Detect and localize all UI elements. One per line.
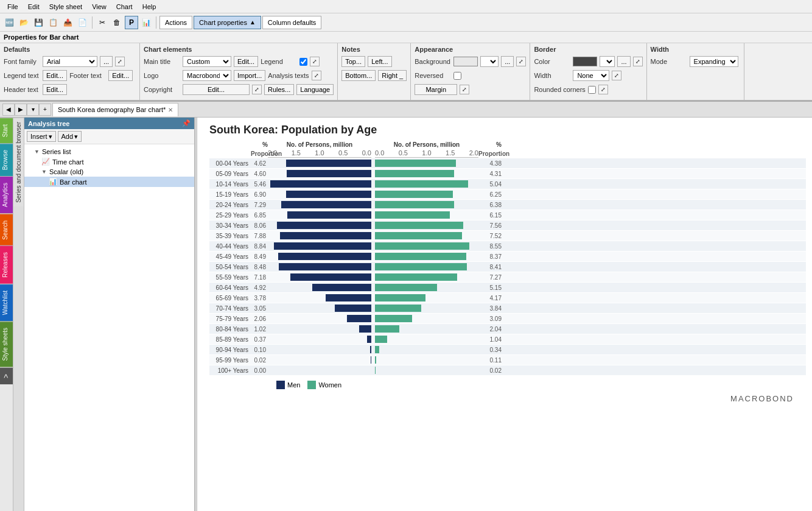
sidebar-tab-stylesheets[interactable]: Style sheets (0, 321, 13, 367)
right-bar-container (375, 180, 478, 188)
pct-right: 2.04 (478, 326, 502, 333)
menu-help[interactable]: Help (138, 2, 161, 12)
properties-sections: Defaults Font family Arial ... ⤢ Legend … (0, 43, 812, 100)
menu-view[interactable]: View (87, 2, 111, 12)
copyright-edit-btn[interactable]: Edit... (183, 84, 250, 95)
sidebar-tab-releases[interactable]: Releases (0, 245, 13, 284)
age-label: 40-44 Years (209, 243, 251, 250)
footer-text-edit-btn[interactable]: Edit... (108, 70, 133, 81)
tree-item-time-chart[interactable]: 📈 Time chart (24, 157, 194, 167)
reversed-checkbox[interactable] (453, 72, 461, 80)
tab-new-btn[interactable]: + (39, 104, 51, 116)
pct-left: 7.18 (251, 274, 268, 281)
background-select[interactable] (480, 56, 499, 67)
margin-expand-btn[interactable]: ⤢ (460, 85, 469, 94)
right-bar-container (375, 345, 478, 354)
chart-btn[interactable]: 📊 (139, 16, 153, 29)
font-family-select[interactable]: Arial (43, 56, 97, 67)
background-browse-btn[interactable]: ... (501, 56, 514, 67)
copyright-expand-btn[interactable]: ⤢ (252, 85, 262, 94)
tree-pin-icon[interactable]: 📌 (182, 119, 191, 127)
main-title-edit-btn[interactable]: Edit... (234, 56, 258, 67)
sidebar-tab-analytics[interactable]: Analytics (0, 176, 13, 213)
menu-file[interactable]: File (2, 2, 23, 12)
background-expand-btn[interactable]: ⤢ (516, 57, 526, 66)
add-arrow: ▾ (74, 133, 78, 141)
right-bar-container (375, 356, 478, 364)
tab-menu-btn[interactable]: ▾ (27, 104, 39, 116)
pct-left: 0.00 (251, 367, 268, 374)
notes-top-btn[interactable]: Top... (341, 56, 365, 67)
sidebar-tab-start[interactable]: Start (0, 118, 13, 143)
age-label: 90-94 Years (209, 347, 251, 353)
border-color-expand-btn[interactable]: ⤢ (633, 57, 643, 66)
active-tab[interactable]: South Korea demography Bar chart* ✕ (52, 103, 178, 116)
margin-btn[interactable]: Margin (415, 84, 457, 95)
actions-button[interactable]: Actions (159, 16, 192, 29)
share-button[interactable]: 📤 (61, 16, 74, 29)
scalar-label: Scalar (old) (49, 168, 83, 175)
rounded-corners-expand-btn[interactable]: ⤢ (598, 85, 608, 94)
menu-stylesheet[interactable]: Style sheet (44, 2, 87, 12)
paste-button[interactable]: P (125, 16, 138, 29)
delete-button[interactable]: 🗑 (110, 16, 124, 29)
open-button[interactable]: 📂 (17, 16, 30, 29)
border-color-browse-btn[interactable]: ... (617, 56, 630, 67)
saveas-button[interactable]: 📋 (46, 16, 60, 29)
rounded-corners-label: Rounded corners (534, 86, 585, 93)
save-button[interactable]: 💾 (32, 16, 45, 29)
logo-import-btn[interactable]: Import... (234, 70, 265, 81)
pct-right: 7.52 (478, 233, 502, 239)
pct-right: 6.25 (478, 191, 502, 198)
rounded-corners-checkbox[interactable] (588, 86, 596, 94)
sidebar-tab-search[interactable]: Search (0, 214, 13, 246)
pct-left: 1.02 (251, 326, 268, 333)
pct-right: 7.27 (478, 274, 502, 281)
notes-right-btn[interactable]: Right _ (378, 70, 407, 81)
sidebar-expand-btn[interactable]: > (0, 367, 13, 384)
notes-left-btn[interactable]: Left... (368, 56, 392, 67)
notes-bottom-btn[interactable]: Bottom... (341, 70, 376, 81)
notes-bottom-right-row: Bottom... Right _ (341, 69, 407, 82)
tree-item-series-list[interactable]: ▼ Series list (24, 147, 194, 157)
analysis-texts-expand-btn[interactable]: ⤢ (312, 71, 321, 80)
tab-close-btn[interactable]: ✕ (168, 107, 173, 113)
border-width-expand-btn[interactable]: ⤢ (612, 71, 621, 80)
right-bar-container (375, 314, 478, 323)
main-title-select[interactable]: Custom (183, 56, 231, 67)
cut-button[interactable]: ✂ (96, 16, 109, 29)
border-color-row: Color ... ⤢ (534, 55, 642, 68)
tree-item-scalar[interactable]: ▼ Scalar (old) (24, 167, 194, 177)
chart-properties-button[interactable]: Chart properties ▲ (194, 16, 261, 29)
tree-item-bar-chart[interactable]: 📊 Bar chart (24, 177, 194, 187)
legend-text-edit-btn[interactable]: Edit... (43, 70, 67, 81)
border-width-select[interactable]: None (573, 70, 609, 81)
bar-chart-label: Bar chart (60, 178, 87, 186)
language-btn[interactable]: Language (296, 84, 334, 95)
bar-row: 90-94 Years 0.10 0.34 (209, 345, 806, 354)
logo-select[interactable]: Macrobond (183, 70, 231, 81)
legend-expand-btn[interactable]: ⤢ (310, 57, 320, 66)
tab-navigate-left[interactable]: ◀ (2, 104, 15, 116)
copy-button[interactable]: 📄 (75, 16, 89, 29)
legend-checkbox[interactable] (299, 58, 307, 66)
font-family-browse-btn[interactable]: ... (100, 56, 113, 67)
tree-insert-btn[interactable]: Insert ▾ (27, 131, 56, 142)
font-family-expand-btn[interactable]: ⤢ (115, 57, 125, 66)
sidebar-tab-watchlist[interactable]: Watchlist (0, 284, 13, 321)
rules-btn[interactable]: Rules... (264, 84, 294, 95)
pct-left: 3.78 (251, 295, 268, 301)
tree-add-btn[interactable]: Add ▾ (58, 131, 82, 142)
menu-edit[interactable]: Edit (23, 2, 44, 12)
header-text-edit-btn[interactable]: Edit... (43, 84, 67, 95)
tab-navigate-right[interactable]: ▶ (15, 104, 27, 116)
bar-row: 100+ Years 0.00 0.02 (209, 365, 806, 375)
menu-chart[interactable]: Chart (111, 2, 138, 12)
new-button[interactable]: 🆕 (2, 16, 16, 29)
border-color-select[interactable] (600, 56, 615, 67)
width-mode-select[interactable]: Expanding (690, 56, 738, 67)
column-defaults-button[interactable]: Column defaults (262, 16, 322, 29)
series-browser-tab[interactable]: Series and document browser (13, 118, 24, 206)
font-family-row: Font family Arial ... ⤢ (4, 55, 136, 68)
sidebar-tab-browse[interactable]: Browse (0, 143, 13, 176)
